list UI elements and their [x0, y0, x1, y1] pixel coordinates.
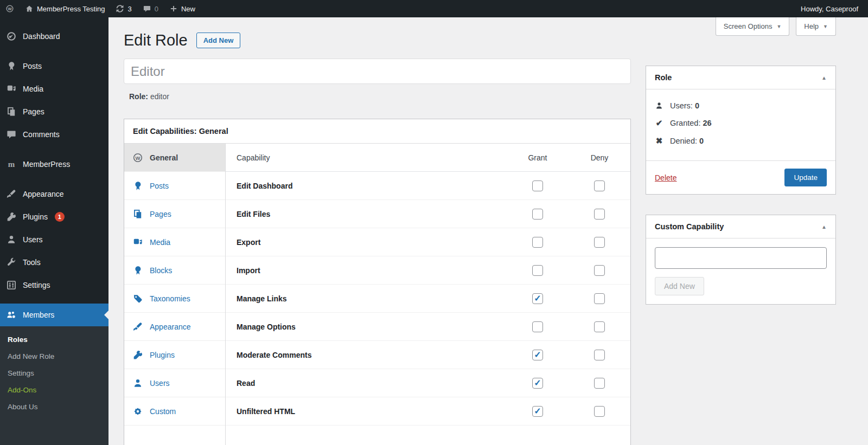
tab-media[interactable]: Media [124, 228, 225, 256]
tab-blocks[interactable]: Blocks [124, 256, 225, 285]
sidebar-item-media[interactable]: Media [0, 78, 108, 100]
tab-label: Appearance [150, 323, 191, 331]
tab-pages[interactable]: Pages [124, 200, 225, 228]
sidebar-item-label: Plugins [23, 212, 48, 221]
add-new-capability-button[interactable]: Add New [655, 277, 704, 295]
sidebar-item-tools[interactable]: Tools [0, 251, 108, 274]
updates-link[interactable]: 3 [110, 0, 137, 17]
sidebar-item-label: Media [23, 85, 43, 93]
new-content-menu[interactable]: New [164, 0, 201, 17]
sidebar-item-appearance[interactable]: Appearance [0, 183, 108, 205]
tab-users[interactable]: Users [124, 369, 225, 397]
collapse-toggle-icon[interactable]: ▲ [821, 224, 827, 230]
wordpress-logo-icon [132, 152, 143, 163]
edit-capabilities-box: Edit Capabilities: General General Posts [124, 119, 631, 445]
grant-checkbox[interactable] [532, 293, 543, 304]
table-row: Manage Options [226, 313, 630, 341]
delete-role-link[interactable]: Delete [655, 173, 676, 182]
tab-label: Blocks [150, 266, 172, 275]
grant-checkbox[interactable] [532, 265, 543, 276]
tab-label: Posts [150, 182, 169, 190]
role-denied-stat: ✖ Denied: 0 [655, 136, 827, 146]
deny-checkbox[interactable] [594, 321, 605, 332]
check-icon: ✔ [655, 118, 663, 128]
deny-checkbox[interactable] [594, 237, 605, 248]
tab-label: Custom [150, 407, 176, 416]
column-capability: Capability [226, 153, 507, 162]
grant-checkbox[interactable] [532, 321, 543, 332]
site-name-link[interactable]: MemberPress Testing [20, 0, 110, 17]
deny-checkbox[interactable] [594, 209, 605, 220]
deny-checkbox[interactable] [594, 180, 605, 191]
tab-taxonomies[interactable]: Taxonomies [124, 285, 225, 313]
role-granted-stat: ✔ Granted: 26 [655, 118, 827, 128]
deny-checkbox[interactable] [594, 265, 605, 276]
custom-capability-input[interactable] [655, 247, 827, 269]
sidebar-item-comments[interactable]: Comments [0, 123, 108, 146]
grant-checkbox[interactable] [532, 237, 543, 248]
sidebar-item-memberpress[interactable]: MemberPress [0, 153, 108, 176]
capability-label: Read [226, 379, 507, 388]
deny-checkbox[interactable] [594, 293, 605, 304]
user-icon [132, 378, 143, 389]
table-row: Moderate Comments [226, 341, 630, 369]
help-toggle[interactable]: Help ▼ [796, 17, 836, 36]
tab-custom[interactable]: Custom [124, 397, 225, 425]
sidebar-item-label: Tools [23, 258, 41, 267]
tab-general[interactable]: General [124, 144, 225, 172]
sidebar-item-members[interactable]: Members [0, 304, 108, 326]
submenu-item-add-new-role[interactable]: Add New Role [0, 348, 108, 365]
x-icon: ✖ [655, 136, 663, 146]
submenu-item-add-ons[interactable]: Add-Ons [0, 382, 108, 398]
admin-sidebar: Dashboard Posts Media Pages Comments Mem… [0, 17, 108, 445]
pages-icon [6, 106, 17, 117]
grant-checkbox[interactable] [532, 378, 543, 389]
submenu-item-settings[interactable]: Settings [0, 365, 108, 382]
collapse-toggle-icon[interactable]: ▲ [821, 75, 827, 81]
sidebar-item-dashboard[interactable]: Dashboard [0, 25, 108, 48]
sidebar-item-plugins[interactable]: Plugins 1 [0, 205, 108, 228]
submenu-item-about-us[interactable]: About Us [0, 398, 108, 415]
column-deny: Deny [569, 153, 630, 162]
table-row: Manage Links [226, 285, 630, 313]
role-slug-line: Role: editor [129, 92, 631, 101]
site-name: MemberPress Testing [37, 5, 105, 13]
grant-checkbox[interactable] [532, 209, 543, 220]
comment-icon [6, 129, 17, 140]
update-role-button[interactable]: Update [784, 169, 827, 186]
comments-link[interactable]: 0 [137, 0, 164, 17]
tab-plugins[interactable]: Plugins [124, 341, 225, 369]
denied-label: Denied: [670, 137, 697, 145]
grant-checkbox[interactable] [532, 406, 543, 417]
sidebar-item-posts[interactable]: Posts [0, 55, 108, 78]
custom-capability-postbox: Custom Capability ▲ Add New [646, 215, 836, 305]
wordpress-logo-menu[interactable] [0, 0, 20, 17]
capability-label: Edit Files [226, 210, 507, 218]
account-menu[interactable]: Howdy, Caseproof [795, 0, 868, 17]
main-column: Edit Role Add New Role: editor Edit Capa… [124, 17, 631, 445]
howdy-text: Howdy, Caseproof [801, 5, 858, 13]
deny-checkbox[interactable] [594, 406, 605, 417]
media-icon [132, 237, 143, 248]
tab-appearance[interactable]: Appearance [124, 313, 225, 341]
submenu-item-roles[interactable]: Roles [0, 331, 108, 348]
brush-icon [6, 189, 17, 199]
add-new-role-button[interactable]: Add New [196, 33, 241, 48]
grant-checkbox[interactable] [532, 350, 543, 360]
denied-value: 0 [699, 137, 704, 145]
chevron-down-icon: ▼ [776, 24, 781, 29]
sidebar-item-label: Settings [23, 281, 50, 289]
sidebar-item-pages[interactable]: Pages [0, 100, 108, 123]
wordpress-logo-icon [5, 4, 14, 13]
deny-checkbox[interactable] [594, 378, 605, 389]
deny-checkbox[interactable] [594, 350, 605, 360]
capability-label: Import [226, 266, 507, 275]
sidebar-item-settings[interactable]: Settings [0, 274, 108, 296]
new-label: New [181, 5, 195, 13]
grant-checkbox[interactable] [532, 180, 543, 191]
role-name-input[interactable] [124, 59, 631, 84]
tab-posts[interactable]: Posts [124, 172, 225, 200]
screen-options-toggle[interactable]: Screen Options ▼ [716, 17, 790, 36]
sidebar-item-label: Users [23, 235, 43, 244]
sidebar-item-users[interactable]: Users [0, 228, 108, 251]
